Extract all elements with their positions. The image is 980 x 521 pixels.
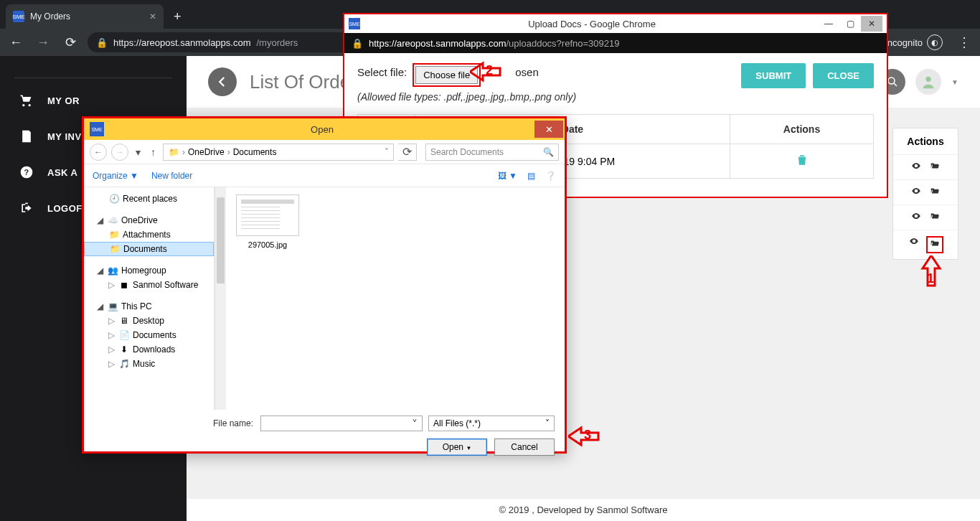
preview-pane-icon[interactable]: ▤	[527, 171, 535, 181]
filedlg-nav: ← → ▾ ↑ 📁 › OneDrive › Documents ˅ ⟳ Sea…	[84, 140, 565, 164]
tree-attachments[interactable]: 📁Attachments	[84, 227, 214, 242]
nav-up-icon[interactable]: ↑	[148, 146, 159, 158]
organize-menu[interactable]: Organize ▼	[93, 171, 138, 181]
popup-title: Upload Docs - Google Chrome	[366, 19, 818, 29]
new-folder-button[interactable]: New folder	[151, 171, 192, 181]
eye-icon[interactable]	[908, 236, 920, 253]
callout-1: 1	[917, 255, 946, 299]
invoice-icon	[17, 128, 36, 144]
tab-title: My Orders	[30, 11, 70, 22]
nav-back-icon[interactable]: ←	[90, 144, 107, 161]
view-mode-icon[interactable]: 🖼 ▼	[498, 171, 517, 181]
trash-icon[interactable]	[795, 158, 809, 169]
folder-open-icon[interactable]	[928, 161, 941, 174]
popup-titlebar[interactable]: SME Upload Docs - Google Chrome — ▢ ✕	[344, 14, 887, 33]
search-placeholder: Search Documents	[430, 147, 504, 157]
incognito-label: Incognito	[885, 37, 923, 48]
lock-icon: 🔒	[352, 38, 363, 49]
filedlg-close[interactable]: ✕	[534, 121, 563, 138]
tree-homegroup[interactable]: ◢👥Homegroup	[84, 263, 214, 278]
sidebar-label: LOGOF	[47, 203, 83, 214]
sidebar-label: ASK A	[47, 167, 77, 178]
eye-icon[interactable]	[910, 161, 923, 174]
tree-scrollbar[interactable]	[215, 187, 226, 410]
filedlg-search[interactable]: Search Documents 🔍	[425, 144, 559, 161]
close-button[interactable]: CLOSE	[813, 63, 874, 88]
back-button[interactable]	[208, 67, 237, 96]
tree-thispc[interactable]: ◢💻This PC	[84, 299, 214, 314]
allowed-types-text: (Allowed file types: .pdf,.jpeg,.jpg,.bm…	[357, 91, 874, 103]
eye-icon[interactable]	[910, 211, 923, 224]
breadcrumb[interactable]: 📁 › OneDrive › Documents ˅	[163, 144, 394, 161]
popup-close[interactable]: ✕	[861, 16, 882, 32]
callout-2: 2	[470, 57, 513, 86]
submit-button[interactable]: SUBMIT	[741, 63, 806, 88]
actions-row	[893, 155, 958, 180]
file-name-input[interactable]: ˅	[260, 416, 423, 431]
tree-documents-selected[interactable]: 📁Documents	[84, 242, 214, 256]
choose-file-button[interactable]: Choose file	[415, 66, 478, 84]
nav-forward-icon: →	[33, 35, 53, 50]
col-actions: Actions	[730, 115, 874, 144]
incognito-icon: ◐	[927, 34, 943, 50]
nav-recent-icon[interactable]: ▾	[133, 146, 143, 158]
tree-desktop[interactable]: ▷🖥Desktop	[84, 314, 214, 328]
tab-close-icon[interactable]: ✕	[149, 11, 156, 22]
popup-url-bar: 🔒 https://areopost.sanmolapps.com/upload…	[344, 33, 887, 53]
crumb-documents[interactable]: Documents	[233, 147, 277, 157]
user-menu-caret-icon[interactable]: ▼	[951, 78, 958, 86]
file-type-filter[interactable]: All Files (*.*)˅	[428, 416, 555, 431]
crumb-onedrive[interactable]: OneDrive	[188, 147, 225, 157]
folder-open-highlighted[interactable]	[926, 236, 943, 253]
tree-sanmol[interactable]: ▷◼Sanmol Software	[84, 278, 214, 292]
file-item[interactable]: 297005.jpg	[233, 194, 302, 249]
file-thumbnail	[236, 194, 299, 236]
tree-documents2[interactable]: ▷📄Documents	[84, 328, 214, 342]
svg-text:?: ?	[24, 168, 29, 177]
folder-tree[interactable]: 🕘Recent places ◢☁️OneDrive 📁Attachments …	[84, 187, 215, 410]
folder-open-icon[interactable]	[928, 186, 941, 199]
callout-3: 3	[568, 422, 611, 451]
cell-actions	[730, 144, 874, 179]
tree-downloads[interactable]: ▷⬇Downloads	[84, 342, 214, 357]
actions-row	[893, 230, 958, 259]
tree-onedrive[interactable]: ◢☁️OneDrive	[84, 213, 214, 227]
folder-open-icon[interactable]	[928, 211, 941, 224]
open-button[interactable]: Open ▼	[427, 438, 487, 456]
popup-maximize[interactable]: ▢	[839, 16, 861, 32]
incognito-indicator: Incognito ◐	[885, 34, 943, 50]
folder-icon: 📁	[168, 147, 179, 157]
file-list[interactable]: 297005.jpg	[226, 187, 565, 410]
logout-icon	[17, 200, 36, 216]
chrome-menu-icon[interactable]: ⋮	[954, 34, 974, 50]
nav-back-icon[interactable]: ←	[6, 35, 26, 50]
filedlg-title: Open	[110, 124, 534, 135]
sidebar-label: MY INV	[47, 131, 82, 142]
tab-favicon: SME	[13, 11, 24, 22]
eye-icon[interactable]	[910, 186, 923, 199]
new-tab-button[interactable]: +	[164, 4, 192, 29]
nav-reload-icon[interactable]: ⟳	[60, 34, 80, 50]
nav-forward-icon: →	[111, 144, 128, 161]
popup-favicon: SME	[349, 18, 360, 29]
tree-music[interactable]: ▷🎵Music	[84, 357, 214, 371]
tree-recent[interactable]: 🕘Recent places	[84, 192, 214, 206]
actions-row	[893, 180, 958, 205]
svg-point-2	[888, 78, 895, 84]
popup-minimize[interactable]: —	[818, 16, 839, 32]
filedlg-favicon: SME	[90, 122, 104, 136]
avatar[interactable]	[915, 69, 941, 95]
footer: © 2019 , Developed by Sanmol Software	[187, 498, 980, 521]
url-host: https://areopost.sanmolapps.com	[113, 37, 251, 48]
actions-card: Actions	[892, 128, 958, 260]
lock-icon: 🔒	[96, 37, 108, 48]
sidebar-item-orders[interactable]: MY OR	[0, 83, 187, 118]
browser-tab[interactable]: SME My Orders ✕	[6, 4, 164, 29]
actions-row	[893, 205, 958, 230]
svg-point-3	[925, 77, 930, 82]
help-icon: ?	[17, 164, 36, 180]
help-icon[interactable]: ❔	[545, 171, 556, 181]
refresh-icon[interactable]: ⟳	[398, 144, 417, 161]
filedlg-titlebar[interactable]: SME Open ✕	[84, 118, 565, 140]
cancel-button[interactable]: Cancel	[494, 438, 555, 456]
